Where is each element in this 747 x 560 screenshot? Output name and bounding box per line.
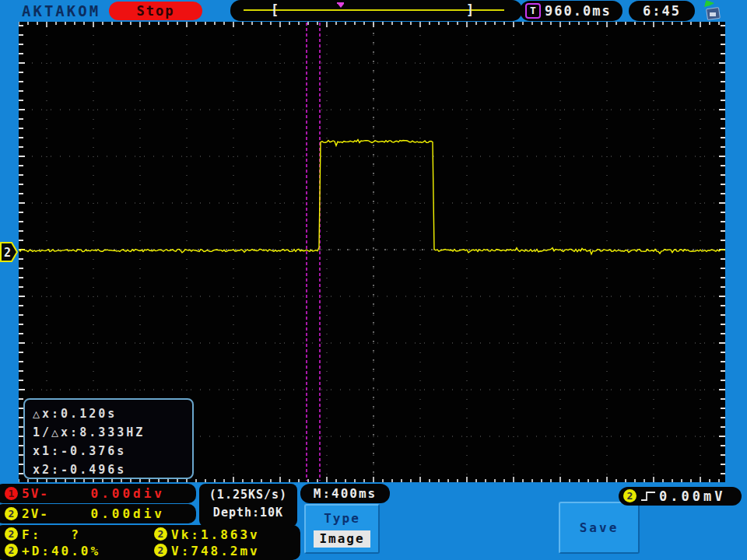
cursor-x1: x1:-0.376s — [33, 442, 192, 460]
acquisition-info-panel: (1.25KS/s) Depth:10K — [199, 484, 297, 527]
meas-frequency: F: ? — [22, 527, 81, 542]
trigger-time-value: 960.0ms — [545, 1, 612, 21]
trigger-source-badge: 2 — [623, 489, 637, 502]
cursor-x2: x2:-0.496s — [33, 460, 192, 479]
channel2-offset: 0.00div — [91, 504, 165, 523]
meas-vk-badge: 2 — [154, 527, 167, 541]
trigger-position-marker-icon — [337, 2, 344, 9]
channel2-scale: 2V- — [22, 504, 49, 523]
channel2-badge: 2 — [5, 507, 18, 520]
meas-v: V:748.2mv — [171, 544, 260, 558]
type-menu-label: Type — [306, 511, 378, 526]
trigger-position-bar: [ ] — [230, 0, 522, 21]
trigger-t-icon: T — [525, 3, 541, 19]
rising-edge-icon — [640, 489, 657, 503]
meas-duty-badge: 2 — [5, 544, 18, 557]
acquisition-status-badge: Stop — [109, 2, 202, 20]
trigger-level-value: 0.00mV — [659, 487, 725, 506]
save-button[interactable]: Save — [559, 502, 640, 554]
channel1-status-row: 1 5V- 0.00div — [0, 484, 196, 503]
type-menu-selected-value[interactable]: Image — [314, 530, 370, 548]
timebase-readout: M:400ms — [300, 484, 390, 503]
window-bracket-right: ] — [466, 2, 474, 18]
channel1-offset: 0.00div — [91, 484, 165, 503]
cursor-frequency: 1/△x:8.333HZ — [33, 423, 192, 442]
channel1-scale: 5V- — [22, 484, 49, 503]
record-length-line — [244, 9, 504, 11]
oscilloscope-screen: AKTAKOM Stop [ ] T 960.0ms 6:45 2 △x:0.1… — [0, 0, 747, 560]
trigger-settings-readout: 2 0.00mV — [619, 487, 742, 506]
cursor-measurement-box: △x:0.120s 1/△x:8.333HZ x1:-0.376s x2:-0.… — [23, 398, 194, 479]
brand-logo: AKTAKOM — [22, 2, 100, 19]
type-menu-button[interactable]: Type Image — [304, 504, 380, 554]
meas-duty: +D:40.0% — [22, 544, 100, 558]
window-bracket-left: [ — [271, 2, 279, 18]
clock: 6:45 — [629, 1, 695, 21]
meas-v-badge: 2 — [154, 544, 167, 557]
meas-frequency-badge: 2 — [5, 527, 18, 541]
channel1-badge: 1 — [5, 487, 18, 500]
channel2-trace — [19, 140, 725, 254]
svg-text:2: 2 — [4, 246, 11, 260]
channel2-status-row: 2 2V- 0.00div — [0, 504, 196, 523]
trigger-time-readout: T 960.0ms — [520, 1, 622, 21]
usb-save-disk-icon — [703, 2, 722, 20]
record-depth: Depth:10K — [199, 504, 297, 522]
sample-rate: (1.25KS/s) — [199, 486, 297, 504]
meas-vk: Vk:1.863v — [171, 527, 260, 542]
measurements-panel: 2 F: ? 2 Vk:1.863v 2 +D:40.0% 2 V:748.2m… — [0, 525, 300, 560]
cursor-delta-x: △x:0.120s — [33, 404, 192, 423]
channel2-position-marker: 2 — [0, 241, 19, 263]
